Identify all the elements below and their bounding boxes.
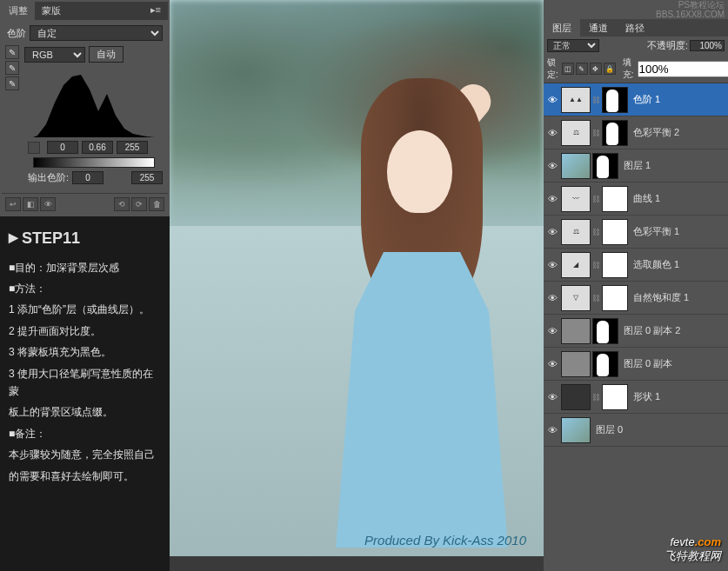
fevte-watermark: fevte.com 飞特教程网 [665,535,721,564]
layer-thumb[interactable]: ◢ [561,252,591,278]
layer-mask[interactable] [602,285,628,311]
visibility-icon[interactable]: 👁 [545,95,559,105]
lock-transparency-icon[interactable]: ◫ [562,63,574,75]
layer-thumb[interactable] [561,417,591,443]
layer-name[interactable]: 自然饱和度 1 [633,291,689,304]
visibility-icon[interactable]: 👁 [545,161,559,171]
panel-menu-icon[interactable]: ▸≡ [144,2,168,20]
fill-input[interactable] [638,61,728,77]
input-black-point[interactable] [47,141,78,154]
layer-row[interactable]: 👁 图层 1 [544,149,728,183]
layer-name[interactable]: 色彩平衡 1 [633,225,679,238]
link-icon: ⛓ [592,96,600,104]
visibility-icon[interactable]: 👁 [545,359,559,369]
layer-mask[interactable] [602,219,628,245]
visibility-icon[interactable]: 👁 [545,326,559,336]
input-gamma[interactable] [82,141,113,154]
trash-icon[interactable]: 🗑 [149,197,164,211]
layer-name[interactable]: 图层 1 [624,159,651,172]
input-white-point[interactable] [117,141,148,154]
layer-row[interactable]: 👁 图层 0 副本 [544,348,728,381]
reset-icon[interactable]: ⟳ [131,197,147,211]
layer-name[interactable]: 选取颜色 1 [633,258,679,271]
eye-icon[interactable]: 👁 [40,197,56,211]
layer-mask[interactable] [602,120,628,146]
layer-thumb[interactable]: ⚖ [561,219,591,245]
opacity-input[interactable] [690,40,725,51]
eyedropper-black-icon[interactable]: ✎ [5,45,19,59]
layer-row[interactable]: 👁 ⚖ ⛓ 色彩平衡 1 [544,216,728,249]
layer-mask[interactable] [602,384,628,410]
output-white[interactable] [131,171,163,184]
output-gradient[interactable] [33,157,155,168]
step-panel: STEP11 ■目的：加深背景层次感 ■方法： 1 添加“色阶”层（或曲线层）。… [0,216,170,497]
layer-name[interactable]: 图层 0 [596,423,623,436]
histogram[interactable] [33,68,155,137]
return-icon[interactable]: ↩ [5,197,21,211]
layer-thumb[interactable] [561,153,591,179]
prev-state-icon[interactable]: ⟲ [114,197,130,211]
layer-row[interactable]: 👁 ◢ ⛓ 选取颜色 1 [544,249,728,282]
layer-mask[interactable] [592,318,618,344]
preset-select[interactable]: 自定 [30,25,163,41]
output-black[interactable] [72,171,104,184]
link-icon: ⛓ [592,228,600,236]
opacity-label: 不透明度: [647,39,688,52]
layer-row[interactable]: 👁 ⛓ 形状 1 [544,381,728,414]
tab-adjustments[interactable]: 调整 [2,2,35,20]
layer-mask[interactable] [602,186,628,212]
tab-channels[interactable]: 通道 [580,19,617,37]
visibility-icon[interactable]: 👁 [545,392,559,402]
canvas-bottom-bar [170,556,544,571]
layer-thumb[interactable]: ▽ [561,285,591,311]
clip-icon[interactable]: ◧ [23,197,38,211]
tab-layers[interactable]: 图层 [544,19,580,37]
link-icon: ⛓ [592,129,600,137]
layer-thumb[interactable]: ▲▲ [561,87,591,113]
layer-thumb[interactable] [561,351,591,377]
layer-mask[interactable] [592,351,618,377]
layer-row[interactable]: 👁 〰 ⛓ 曲线 1 [544,183,728,216]
layer-row[interactable]: 👁 ▲▲ ⛓ 色阶 1 [544,83,728,116]
layer-name[interactable]: 图层 0 副本 [624,357,672,370]
watermark: PS教程论坛 BBS.16XX8.COM [656,0,725,19]
clip-toggle-icon[interactable] [28,142,40,154]
image-credit: Produced By Kick-Ass 2010 [364,533,526,548]
link-icon: ⛓ [592,195,600,203]
layer-name[interactable]: 形状 1 [633,390,660,403]
layer-name[interactable]: 色彩平衡 2 [633,126,679,139]
layer-row[interactable]: 👁 ⚖ ⛓ 色彩平衡 2 [544,116,728,149]
eyedropper-white-icon[interactable]: ✎ [5,76,19,90]
layer-mask[interactable] [602,252,628,278]
visibility-icon[interactable]: 👁 [545,227,559,237]
layer-row[interactable]: 👁 图层 0 副本 2 [544,315,728,348]
layer-thumb[interactable] [561,384,591,410]
tab-mask[interactable]: 蒙版 [35,2,68,20]
channel-select[interactable]: RGB [24,47,85,63]
lock-position-icon[interactable]: ✥ [590,63,602,75]
visibility-icon[interactable]: 👁 [545,128,559,138]
lock-paint-icon[interactable]: ✎ [576,63,588,75]
layer-thumb[interactable]: ⚖ [561,120,591,146]
layer-mask[interactable] [592,153,618,179]
layer-name[interactable]: 曲线 1 [633,192,660,205]
blend-mode-select[interactable]: 正常 [547,39,599,52]
layer-name[interactable]: 色阶 1 [633,93,660,106]
layer-mask[interactable] [602,87,628,113]
tab-paths[interactable]: 路径 [617,19,653,37]
fill-label: 填充: [623,56,634,81]
layer-name[interactable]: 图层 0 副本 2 [624,324,680,337]
auto-button[interactable]: 自动 [89,46,124,63]
layers-list: 👁 ▲▲ ⛓ 色阶 1 👁 ⚖ ⛓ 色彩平衡 2 👁 图层 1 👁 〰 ⛓ 曲线… [544,83,728,447]
layer-row[interactable]: 👁 ▽ ⛓ 自然饱和度 1 [544,282,728,315]
visibility-icon[interactable]: 👁 [545,260,559,270]
visibility-icon[interactable]: 👁 [545,293,559,303]
visibility-icon[interactable]: 👁 [545,194,559,204]
visibility-icon[interactable]: 👁 [545,425,559,435]
layer-row[interactable]: 👁 图层 0 [544,414,728,447]
layer-thumb[interactable]: 〰 [561,186,591,212]
link-icon: ⛓ [592,393,600,402]
eyedropper-gray-icon[interactable]: ✎ [5,61,19,75]
lock-all-icon[interactable]: 🔒 [604,63,616,75]
layer-thumb[interactable] [561,318,591,344]
